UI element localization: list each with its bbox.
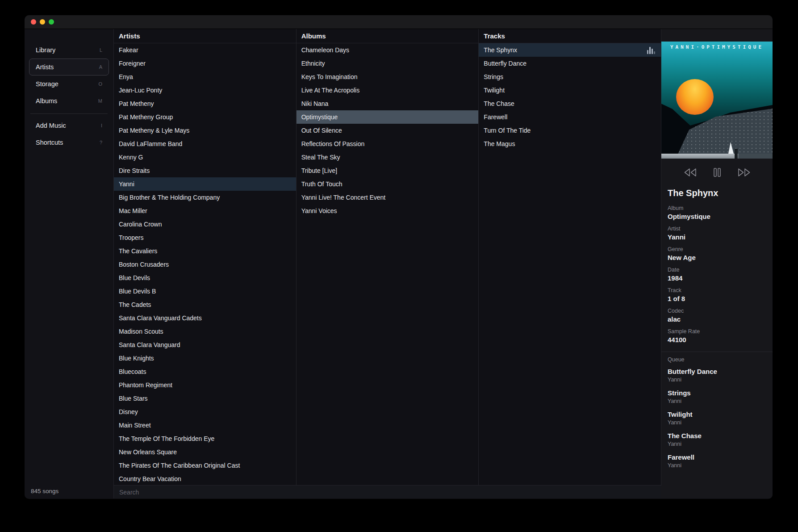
track-row[interactable]: The Sphynx	[479, 43, 661, 57]
artist-row[interactable]: Pat Metheny	[114, 97, 296, 110]
artist-row[interactable]: Bluecoats	[114, 365, 296, 378]
artist-row[interactable]: Madison Scouts	[114, 325, 296, 338]
artist-row[interactable]: Main Street	[114, 419, 296, 432]
sidebar-item-shortcut: L	[100, 47, 102, 53]
track-row[interactable]: The Chase	[479, 97, 661, 110]
library-browser: Artists Fakear Foreigner	[114, 29, 661, 498]
artist-row[interactable]: Country Bear Vacation	[114, 472, 296, 485]
artist-row[interactable]: David LaFlamme Band	[114, 137, 296, 151]
artist-row[interactable]: Disney	[114, 405, 296, 419]
artist-name: Pat Metheny	[119, 100, 154, 107]
queue-item-title: The Chase	[668, 432, 766, 440]
sidebar-item[interactable]: Artists A	[29, 59, 109, 75]
queue-item[interactable]: Strings Yanni	[668, 389, 766, 404]
artist-row[interactable]: Mac Miller	[114, 204, 296, 218]
browser-columns: Artists Fakear Foreigner	[114, 29, 661, 485]
artist-row[interactable]: Troopers	[114, 231, 296, 244]
artists-column: Artists Fakear Foreigner	[114, 29, 297, 485]
track-row[interactable]: The Magus	[479, 137, 661, 151]
queue-item[interactable]: Butterfly Dance Yanni	[668, 368, 766, 383]
artist-row[interactable]: The Cadets	[114, 298, 296, 311]
queue-heading: Queue	[668, 356, 766, 363]
search-input[interactable]	[114, 486, 661, 498]
queue-item-title: Twilight	[668, 411, 766, 418]
minimize-window-button[interactable]	[40, 19, 45, 25]
artist-row[interactable]: Fakear	[114, 43, 296, 57]
queue-item[interactable]: Twilight Yanni	[668, 411, 766, 426]
artist-row[interactable]: Jean-Luc Ponty	[114, 84, 296, 97]
album-row[interactable]: Truth Of Touch	[297, 177, 479, 191]
main-content: Library L Artists A Storage O Album	[25, 29, 773, 498]
artist-row[interactable]: Pat Metheny & Lyle Mays	[114, 124, 296, 137]
artist-row[interactable]: The Cavaliers	[114, 244, 296, 258]
queue-list: Butterfly Dance Yanni Strings Yanni Twil…	[668, 368, 766, 469]
pause-button[interactable]	[713, 168, 721, 177]
artist-row[interactable]: Santa Clara Vanguard	[114, 338, 296, 352]
album-name: Reflections Of Passion	[301, 140, 365, 147]
artist-name: Jean-Luc Ponty	[119, 87, 162, 94]
albums-column: Albums Chameleon Days Ethnicity	[297, 29, 479, 485]
artist-row[interactable]: Pat Metheny Group	[114, 110, 296, 124]
window-titlebar[interactable]	[25, 15, 773, 29]
artist-row[interactable]: Big Brother & The Holding Company	[114, 191, 296, 204]
artist-row[interactable]: Carolina Crown	[114, 218, 296, 231]
tracks-list: The Sphynx Butterfly Dance Strings	[479, 43, 661, 485]
artist-name: Mac Miller	[119, 207, 147, 214]
track-row[interactable]: Butterfly Dance	[479, 57, 661, 70]
artist-row[interactable]: The Pirates Of The Caribbean Original Ca…	[114, 459, 296, 472]
artist-row[interactable]: Blue Knights	[114, 352, 296, 365]
sidebar-item[interactable]: Add Music I	[29, 117, 109, 134]
album-row[interactable]: Steal The Sky	[297, 151, 479, 164]
album-name: Optimystique	[301, 113, 338, 121]
queue-section: Queue Butterfly Dance Yanni Strings Yann…	[661, 352, 773, 475]
artist-row[interactable]: Santa Clara Vanguard Cadets	[114, 311, 296, 325]
artist-row[interactable]: Phantom Regiment	[114, 378, 296, 392]
artist-row[interactable]: Blue Devils B	[114, 285, 296, 298]
album-name: Chameleon Days	[301, 46, 349, 54]
sidebar-item-shortcut: M	[98, 98, 102, 104]
artist-row[interactable]: Kenny G	[114, 151, 296, 164]
artist-name: Pat Metheny & Lyle Mays	[119, 127, 189, 134]
artist-row[interactable]: The Temple Of The Forbidden Eye	[114, 432, 296, 445]
artist-name: Santa Clara Vanguard Cadets	[119, 314, 202, 322]
artist-row[interactable]: Dire Straits	[114, 164, 296, 177]
metadata-value: New Age	[668, 254, 766, 261]
track-name: The Magus	[484, 140, 515, 147]
artist-row[interactable]: Blue Stars	[114, 392, 296, 405]
sidebar-item[interactable]: Library L	[29, 42, 109, 59]
track-row[interactable]: Strings	[479, 70, 661, 84]
album-row[interactable]: Yanni Voices	[297, 204, 479, 218]
artist-row[interactable]: Enya	[114, 70, 296, 84]
album-row[interactable]: Niki Nana	[297, 97, 479, 110]
sidebar-item[interactable]: Albums M	[29, 92, 109, 109]
sidebar-item[interactable]: Shortcuts ?	[29, 134, 109, 151]
artist-row[interactable]: Blue Devils	[114, 271, 296, 285]
artist-row[interactable]: Boston Crusaders	[114, 258, 296, 271]
queue-item[interactable]: The Chase Yanni	[668, 432, 766, 447]
track-row[interactable]: Farewell	[479, 110, 661, 124]
album-row[interactable]: Optimystique	[297, 110, 479, 124]
artist-row[interactable]: Foreigner	[114, 57, 296, 70]
track-row[interactable]: Twilight	[479, 84, 661, 97]
queue-item[interactable]: Farewell Yanni	[668, 453, 766, 469]
album-row[interactable]: Chameleon Days	[297, 43, 479, 57]
zoom-window-button[interactable]	[49, 19, 54, 25]
album-row[interactable]: Ethnicity	[297, 57, 479, 70]
track-row[interactable]: Turn Of The Tide	[479, 124, 661, 137]
album-row[interactable]: Keys To Imagination	[297, 70, 479, 84]
album-row[interactable]: Reflections Of Passion	[297, 137, 479, 151]
previous-track-button[interactable]	[684, 168, 697, 177]
sidebar-item[interactable]: Storage O	[29, 75, 109, 92]
artist-row[interactable]: New Orleans Square	[114, 445, 296, 459]
artist-name: The Cavaliers	[119, 247, 157, 255]
fast-forward-icon	[737, 168, 751, 177]
album-row[interactable]: Tribute [Live]	[297, 164, 479, 177]
album-row[interactable]: Live At The Acropolis	[297, 84, 479, 97]
album-name: Steal The Sky	[301, 154, 340, 161]
close-window-button[interactable]	[31, 19, 36, 25]
next-track-button[interactable]	[737, 168, 751, 177]
artist-row[interactable]: Yanni	[114, 177, 296, 191]
tracks-column-header: Tracks	[479, 29, 661, 43]
album-row[interactable]: Yanni Live! The Concert Event	[297, 191, 479, 204]
album-row[interactable]: Out Of Silence	[297, 124, 479, 137]
